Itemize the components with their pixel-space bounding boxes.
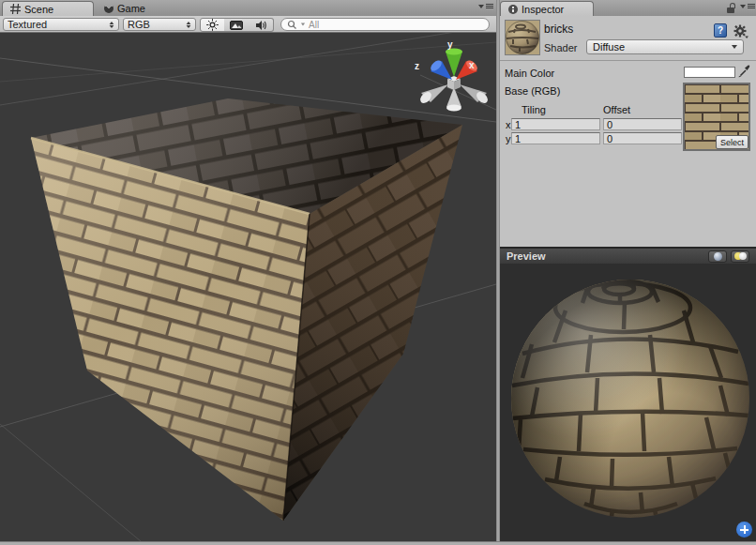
gizmo-z-label: z <box>415 61 419 71</box>
preview-title: Preview <box>507 250 546 262</box>
sphere-icon <box>714 252 722 261</box>
shader-dropdown[interactable]: Diffuse <box>586 39 744 54</box>
offset-y-field[interactable]: 0 <box>603 132 682 144</box>
offset-x-value: 0 <box>607 119 612 130</box>
tiling-x-field[interactable]: 1 <box>511 118 600 130</box>
chevron-down-icon <box>732 45 737 49</box>
scene-search-field[interactable]: All <box>280 18 490 31</box>
offset-x-field[interactable]: 0 <box>603 118 682 130</box>
offset-header: Offset <box>603 104 630 115</box>
color-mode-value: RGB <box>128 19 182 30</box>
offset-y-value: 0 <box>607 133 612 144</box>
base-rgb-label: Base (RGB) <box>505 85 560 97</box>
material-name: bricks <box>544 23 573 36</box>
image-icon <box>230 21 243 30</box>
scene-tabstrip: Scene Game <box>0 0 496 16</box>
gear-icon <box>733 24 748 38</box>
scene-gizmo[interactable]: y x z <box>415 39 490 112</box>
base-texture-thumbnail[interactable]: Select <box>683 83 750 151</box>
brick-cube[interactable] <box>31 98 462 521</box>
scene-toolbar: Textured RGB <box>0 16 496 33</box>
tiling-header: Tiling <box>522 104 546 115</box>
search-filter-chevron-icon <box>301 23 305 26</box>
menu-icon <box>748 4 755 8</box>
tab-inspector-label: Inspector <box>522 4 564 15</box>
updown-arrows-icon <box>187 21 191 27</box>
shader-label: Shader <box>544 42 577 53</box>
pacman-icon <box>104 4 113 13</box>
color-mode-dropdown[interactable]: RGB <box>123 18 196 31</box>
select-texture-button[interactable]: Select <box>716 135 748 149</box>
menu-icon <box>486 4 493 8</box>
help-book-icon <box>714 23 727 38</box>
render-mode-value: Textured <box>8 19 105 30</box>
inspector-panel-menu-button[interactable] <box>740 4 755 8</box>
settings-button[interactable] <box>733 24 748 42</box>
gizmo-x-label: x <box>469 60 475 70</box>
eyedropper-icon <box>738 65 750 78</box>
scene-3d-render: y x z <box>0 33 496 541</box>
tiling-y-field[interactable]: 1 <box>511 132 600 144</box>
audio-toggle-button[interactable] <box>249 18 274 32</box>
gizmo-y-label: y <box>447 39 453 50</box>
scene-panel: Scene Game Textured RGB <box>0 0 496 541</box>
tab-game-label: Game <box>117 3 145 14</box>
audio-icon <box>255 20 267 31</box>
inspector-tabstrip: Inspector <box>500 0 756 16</box>
info-icon <box>508 5 518 14</box>
unity-editor-window: Scene Game Textured RGB <box>0 0 756 545</box>
material-properties: Main Color Base (RGB) <box>500 61 756 247</box>
lighting-toggle-button[interactable] <box>200 18 225 32</box>
two-lights-icon <box>734 252 747 260</box>
chevron-down-icon <box>740 5 746 8</box>
tab-scene-label: Scene <box>24 4 53 15</box>
tab-inspector[interactable]: Inspector <box>500 1 594 16</box>
gizmo-x-axis[interactable] <box>456 58 479 80</box>
preview-header[interactable]: Preview <box>500 247 756 264</box>
select-button-label: Select <box>720 138 744 147</box>
search-icon <box>287 20 297 30</box>
tiling-y-label: y <box>506 133 511 144</box>
render-mode-dropdown[interactable]: Textured <box>3 18 119 31</box>
scene-panel-menu-button[interactable] <box>478 4 493 8</box>
render-paths-button[interactable] <box>224 18 249 32</box>
gizmo-z-axis[interactable] <box>429 58 452 80</box>
search-filter-value: All <box>309 20 319 30</box>
preview-sphere-toggle-button[interactable] <box>708 250 727 263</box>
chevron-down-icon <box>478 5 484 8</box>
material-header: bricks Shader Diffuse <box>500 16 756 61</box>
eyedropper-button[interactable] <box>738 65 750 80</box>
preview-area[interactable] <box>500 264 756 541</box>
add-button[interactable] <box>736 522 752 537</box>
shader-value: Diffuse <box>593 41 732 53</box>
material-thumbnail[interactable] <box>505 20 540 55</box>
inspector-panel: Inspector <box>500 0 756 541</box>
help-button[interactable] <box>714 23 727 38</box>
tiling-y-value: 1 <box>515 133 521 144</box>
updown-arrows-icon <box>110 21 114 27</box>
scene-viewport[interactable]: y x z <box>0 33 496 541</box>
preview-sphere-render <box>500 264 756 541</box>
main-color-swatch[interactable] <box>684 67 735 78</box>
sun-icon <box>206 19 219 31</box>
plus-icon <box>740 525 748 534</box>
tiling-x-label: x <box>506 119 511 130</box>
tiling-x-value: 1 <box>515 119 521 130</box>
main-color-label: Main Color <box>505 68 554 79</box>
tab-game[interactable]: Game <box>97 1 153 16</box>
material-sphere-preview <box>506 21 539 54</box>
preview-lighting-toggle-button[interactable] <box>731 250 749 263</box>
grid-icon <box>10 4 21 14</box>
tab-scene[interactable]: Scene <box>2 1 94 16</box>
window-bottom-edge <box>0 541 756 545</box>
